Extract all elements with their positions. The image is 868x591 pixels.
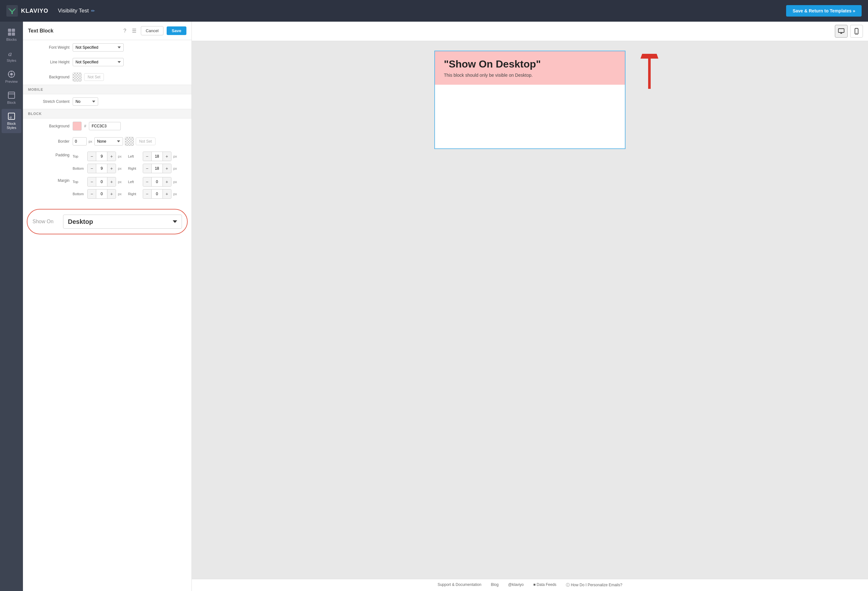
margin-bottom-minus[interactable]: − xyxy=(88,189,96,198)
svg-rect-17 xyxy=(838,29,844,32)
padding-top-input[interactable] xyxy=(96,152,108,161)
padding-bottom-minus[interactable]: − xyxy=(88,164,96,173)
mobile-view-button[interactable] xyxy=(850,25,863,38)
margin-bottom-plus[interactable]: + xyxy=(108,189,116,198)
blocks-icon xyxy=(7,28,16,36)
margin-top-plus[interactable]: + xyxy=(108,177,116,186)
padding-bottom-label: Bottom xyxy=(73,167,86,170)
canvas-content: "Show On Desktop" This block should only… xyxy=(192,41,868,579)
help-icon: ⓘ xyxy=(566,583,570,587)
block-background-label: Background xyxy=(28,124,69,128)
show-on-label: Show On xyxy=(32,219,58,224)
block-background-swatch[interactable] xyxy=(73,122,81,131)
sidebar-item-block-styles-label: BlockStyles xyxy=(7,122,16,130)
a-styles-background-row: Background Not Set xyxy=(23,69,192,85)
margin-right-plus[interactable]: + xyxy=(163,189,171,198)
padding-top-plus[interactable]: + xyxy=(108,152,116,161)
footer-support-link[interactable]: Support & Documentation xyxy=(437,582,481,588)
email-block-pink[interactable]: "Show On Desktop" This block should only… xyxy=(435,51,625,85)
border-px-label: px xyxy=(89,140,92,143)
padding-section: Padding Top − + px xyxy=(23,149,192,174)
show-on-select[interactable]: Desktop Mobile All xyxy=(63,215,182,228)
margin-bottom-input[interactable] xyxy=(96,189,108,198)
svg-rect-3 xyxy=(12,29,15,32)
top-nav: KLAVIYO Visibility Test ✏ Save & Return … xyxy=(0,0,868,22)
margin-left-input[interactable] xyxy=(151,177,163,186)
panel-menu-button[interactable]: ☰ xyxy=(131,27,138,35)
footer-personalize-link[interactable]: ⓘ How Do I Personalize Emails? xyxy=(566,582,622,588)
block-background-hex-input[interactable] xyxy=(89,122,121,130)
margin-right-stepper: − + xyxy=(143,189,171,199)
padding-top-label: Top xyxy=(73,155,86,158)
sidebar-item-styles-label: Styles xyxy=(7,59,16,62)
sidebar-item-block[interactable]: Block xyxy=(1,88,21,108)
arrow-container xyxy=(632,54,667,93)
sidebar-item-block-styles[interactable]: a BlockStyles xyxy=(1,109,21,133)
border-style-select[interactable]: None Solid Dashed Dotted xyxy=(94,137,123,146)
padding-bottom-plus[interactable]: + xyxy=(108,164,116,173)
padding-right-px: px xyxy=(173,167,177,170)
margin-section: Margin Top − + px xyxy=(23,174,192,200)
svg-point-8 xyxy=(10,73,13,75)
cancel-button[interactable]: Cancel xyxy=(141,26,163,35)
padding-left-plus[interactable]: + xyxy=(163,152,171,161)
padding-right-minus[interactable]: − xyxy=(143,164,151,173)
margin-top-input[interactable] xyxy=(96,177,108,186)
padding-left-input[interactable] xyxy=(151,152,163,161)
border-px-input[interactable] xyxy=(73,137,87,146)
padding-right-group: Right − + px xyxy=(128,164,177,173)
main-layout: Blocks a Styles Preview xyxy=(0,22,868,591)
footer-blog-link[interactable]: Blog xyxy=(491,582,499,588)
padding-bottom-input[interactable] xyxy=(96,164,108,173)
svg-text:a: a xyxy=(10,115,12,119)
footer-datafeeds-link[interactable]: ■ Data Feeds xyxy=(533,582,557,588)
padding-right-input[interactable] xyxy=(151,164,163,173)
panel: Text Block ? ☰ Cancel Save Font Weight N… xyxy=(23,22,192,591)
sidebar-item-preview[interactable]: Preview xyxy=(1,67,21,87)
canvas-toolbar xyxy=(192,22,868,41)
email-canvas: "Show On Desktop" This block should only… xyxy=(434,51,626,149)
block-border-row: Border px None Solid Dashed Dotted Not S… xyxy=(23,134,192,149)
stretch-content-label: Stretch Content xyxy=(28,99,69,104)
block-border-control: px None Solid Dashed Dotted Not Set xyxy=(73,137,186,146)
svg-rect-13 xyxy=(8,92,15,99)
stretch-content-select[interactable]: No Yes xyxy=(73,97,98,106)
padding-inputs: Top − + px Left xyxy=(73,152,177,173)
font-weight-select[interactable]: Not Specified Normal Bold xyxy=(73,43,124,52)
padding-left-group: Left − + px xyxy=(128,152,177,161)
margin-bottom-stepper: − + xyxy=(87,189,116,199)
border-color-swatch[interactable] xyxy=(125,137,134,146)
padding-label: Padding xyxy=(28,152,69,157)
margin-right-minus[interactable]: − xyxy=(143,189,151,198)
margin-left-minus[interactable]: − xyxy=(143,177,151,186)
sidebar-item-preview-label: Preview xyxy=(5,80,18,83)
margin-top-label: Top xyxy=(73,180,86,184)
red-arrow-icon xyxy=(632,54,667,92)
canvas-area: "Show On Desktop" This block should only… xyxy=(192,22,868,591)
margin-right-input[interactable] xyxy=(151,189,163,198)
padding-left-minus[interactable]: − xyxy=(143,152,151,161)
padding-left-stepper: − + xyxy=(143,152,171,161)
show-on-section: Show On Desktop Mobile All xyxy=(27,209,188,234)
email-body-text: This block should only be visible on Des… xyxy=(444,72,616,78)
margin-top-stepper: − + xyxy=(87,177,116,187)
margin-left-plus[interactable]: + xyxy=(163,177,171,186)
save-button[interactable]: Save xyxy=(167,27,186,35)
panel-help-button[interactable]: ? xyxy=(122,27,127,35)
padding-top-minus[interactable]: − xyxy=(88,152,96,161)
footer-klaviyo-link[interactable]: @klaviyo xyxy=(508,582,524,588)
sidebar-item-block-label: Block xyxy=(7,101,16,105)
edit-title-icon[interactable]: ✏ xyxy=(91,8,95,13)
checkerboard-swatch[interactable] xyxy=(73,72,81,81)
margin-inputs: Top − + px Left xyxy=(73,177,177,199)
line-height-select[interactable]: Not Specified xyxy=(73,58,124,66)
a-styles-background-control: Not Set xyxy=(73,72,186,81)
sidebar-item-blocks[interactable]: Blocks xyxy=(1,25,21,44)
desktop-view-button[interactable] xyxy=(835,25,847,38)
margin-top-minus[interactable]: − xyxy=(88,177,96,186)
padding-right-plus[interactable]: + xyxy=(163,164,171,173)
margin-right-group: Right − + px xyxy=(128,189,177,199)
stretch-content-row: Stretch Content No Yes xyxy=(23,94,192,109)
sidebar-item-styles[interactable]: a Styles xyxy=(1,46,21,66)
save-return-button[interactable]: Save & Return to Templates » xyxy=(786,5,862,16)
